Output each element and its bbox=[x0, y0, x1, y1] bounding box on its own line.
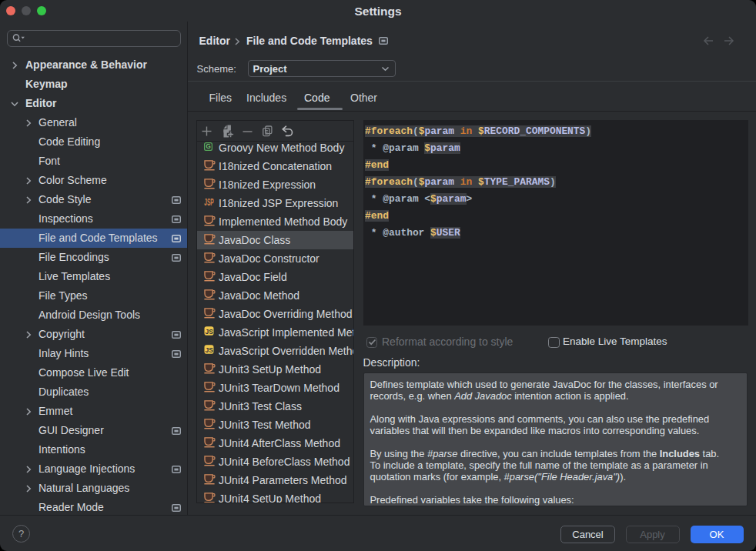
svg-text:G: G bbox=[206, 142, 211, 150]
svg-text:JSP: JSP bbox=[204, 197, 214, 207]
svg-text:JS: JS bbox=[205, 346, 213, 354]
svg-text:JS: JS bbox=[205, 328, 213, 336]
